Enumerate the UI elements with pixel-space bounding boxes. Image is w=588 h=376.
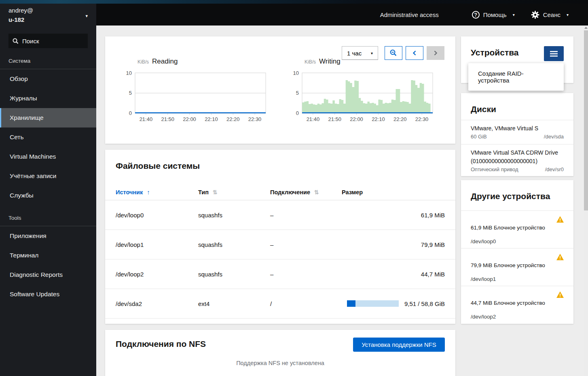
writing-chart-plot: 105021:4021:5022:0022:1022:2022:30 <box>286 71 436 125</box>
sidebar-item[interactable]: Приложения <box>0 226 96 246</box>
fs-size-cell: 79,9 MiB <box>342 241 445 248</box>
sidebar-item[interactable]: Virtual Machines <box>0 147 96 166</box>
column-label: Размер <box>342 189 363 195</box>
other-device-row[interactable]: 44,7 MiB Блочное устройство/dev/loop2 <box>461 286 573 323</box>
chevron-left-icon <box>412 50 417 56</box>
help-menu[interactable]: ? Помощь ▾ <box>472 11 515 19</box>
column-header[interactable]: Тип⇅ <box>198 189 270 195</box>
gear-icon <box>531 11 539 19</box>
svg-text:22:20: 22:20 <box>226 116 240 122</box>
warning-icon <box>556 254 564 262</box>
chart-unit-label: KiB/s <box>305 59 316 65</box>
host-name: u-182 <box>8 16 33 23</box>
disk-row[interactable]: VMware, VMware Virtual S60 GiB/dev/sda <box>461 120 573 144</box>
create-raid-menu-item[interactable]: Создание RAID-устройства <box>468 63 564 91</box>
fs-type: squashfs <box>198 271 270 278</box>
sidebar-item[interactable]: Службы <box>0 186 96 205</box>
user-name: andrey@ <box>8 7 33 14</box>
table-row[interactable]: /dev/loop2squashfs–44,7 MiB <box>105 259 455 289</box>
session-menu[interactable]: Сеанс ▾ <box>531 11 569 19</box>
svg-text:21:40: 21:40 <box>307 116 320 122</box>
column-label: Источник <box>116 189 143 195</box>
vertical-scrollbar <box>584 25 588 376</box>
usage-progress-fill <box>347 300 355 307</box>
svg-text:0: 0 <box>296 110 299 116</box>
svg-text:22:10: 22:10 <box>205 116 218 122</box>
filesystems-table-header: Источник↑Тип⇅Подключение⇅Размер <box>105 184 455 200</box>
fs-source: /dev/loop1 <box>116 241 198 248</box>
search-input[interactable] <box>22 38 79 45</box>
other-device-path: /dev/loop2 <box>471 314 496 320</box>
svg-text:22:00: 22:00 <box>350 116 363 122</box>
search-box <box>8 34 88 48</box>
sidebar-item[interactable]: Diagnostic Reports <box>0 265 96 285</box>
io-charts-card: 1 час ▾ <box>105 36 455 144</box>
column-label: Подключение <box>270 189 310 195</box>
other-device-label: 79,9 MiB Блочное устройство <box>471 262 545 268</box>
usage-progress-bar <box>347 300 399 307</box>
sidebar-item[interactable]: Сеть <box>0 127 96 147</box>
disk-size: 60 GiB <box>471 134 487 140</box>
svg-text:21:50: 21:50 <box>328 116 341 122</box>
sidebar-item[interactable]: Обзор <box>0 69 96 89</box>
svg-text:5: 5 <box>296 90 299 96</box>
column-header[interactable]: Размер <box>342 189 445 195</box>
reading-chart: KiB/s Reading 105021:4021:5022:0022:1022… <box>119 57 273 130</box>
chart-title: Reading <box>152 57 178 66</box>
fs-size-value: 61,9 MiB <box>421 212 445 219</box>
chevron-right-icon <box>433 50 438 56</box>
svg-text:22:10: 22:10 <box>372 116 385 122</box>
column-header[interactable]: Подключение⇅ <box>270 189 342 195</box>
other-devices-list: 61,9 MiB Блочное устройство/dev/loop079,… <box>461 210 573 323</box>
sidebar-item[interactable]: Учётные записи <box>0 166 96 186</box>
time-range-value: 1 час <box>347 50 362 57</box>
sidebar-item[interactable]: Software Updates <box>0 285 96 304</box>
devices-title: Устройства <box>471 48 519 57</box>
column-header[interactable]: Источник↑ <box>116 189 198 195</box>
sort-icon: ⇅ <box>314 189 319 195</box>
sidebar-item[interactable]: Терминал <box>0 246 96 265</box>
table-row[interactable]: /dev/sda2ext4/9,51 / 58,8 GiB <box>105 289 455 319</box>
fs-size-value: 79,9 MiB <box>421 241 445 248</box>
other-device-row[interactable]: 61,9 MiB Блочное устройство/dev/loop0 <box>461 210 573 248</box>
other-device-row[interactable]: 79,9 MiB Блочное устройство/dev/loop1 <box>461 248 573 286</box>
disks-list: VMware, VMware Virtual S60 GiB/dev/sdaVM… <box>461 120 573 177</box>
sort-ascending-icon: ↑ <box>147 189 150 195</box>
sidebar-item[interactable]: Журналы <box>0 89 96 108</box>
sidebar-item[interactable]: Хранилище <box>0 108 96 127</box>
devices-dropdown-menu: Создание RAID-устройства <box>468 63 564 91</box>
svg-text:21:50: 21:50 <box>161 116 174 122</box>
fs-type: squashfs <box>198 241 270 248</box>
chart-unit-label: KiB/s <box>137 59 149 65</box>
disk-row[interactable]: VMware Virtual SATA CDRW Drive (01000000… <box>461 144 573 177</box>
warning-icon <box>556 291 564 300</box>
disk-name: VMware, VMware Virtual S <box>471 124 564 132</box>
sidebar: andrey@ u-182 ▾ СистемаОбзорЖурналыХрани… <box>0 4 96 376</box>
reading-chart-plot: 105021:4021:5022:0022:1022:2022:30 <box>119 71 269 125</box>
nav-section: ToolsПриложенияТерминалDiagnostic Report… <box>0 215 96 304</box>
user-menu[interactable]: andrey@ u-182 ▾ <box>0 4 96 28</box>
disk-details: 60 GiB/dev/sda <box>471 134 564 140</box>
scroll-up-arrow[interactable] <box>584 27 588 29</box>
fs-mount: – <box>270 271 342 278</box>
disks-title: Диски <box>471 104 496 114</box>
svg-text:22:30: 22:30 <box>415 116 429 122</box>
column-label: Тип <box>198 189 209 195</box>
cockpit-storage-page: andrey@ u-182 ▾ СистемаОбзорЖурналыХрани… <box>0 0 588 376</box>
disk-details: Оптический привод/dev/sr0 <box>471 166 564 172</box>
fs-size-cell: 9,51 / 58,8 GiB <box>342 300 445 307</box>
zoom-out-icon <box>389 49 398 57</box>
other-device-path: /dev/loop1 <box>471 276 496 282</box>
table-row[interactable]: /dev/loop0squashfs–61,9 MiB <box>105 200 455 230</box>
table-row[interactable]: /dev/loop1squashfs–79,9 MiB <box>105 230 455 259</box>
session-label: Сеанс <box>543 11 561 18</box>
chevron-down-icon: ▾ <box>85 13 88 19</box>
scrollbar-thumb[interactable] <box>584 30 588 210</box>
writing-chart: KiB/s Writing 105021:4021:5022:0022:1022… <box>286 57 440 130</box>
other-devices-title: Другие устройства <box>471 191 550 201</box>
install-nfs-button[interactable]: Установка поддержки NFS <box>353 338 445 352</box>
fs-type: ext4 <box>198 300 270 307</box>
nfs-empty-text: Поддержка NFS не установлена <box>105 360 455 366</box>
fs-size-value: 9,51 / 58,8 GiB <box>404 300 445 307</box>
devices-menu-button[interactable] <box>544 46 564 61</box>
